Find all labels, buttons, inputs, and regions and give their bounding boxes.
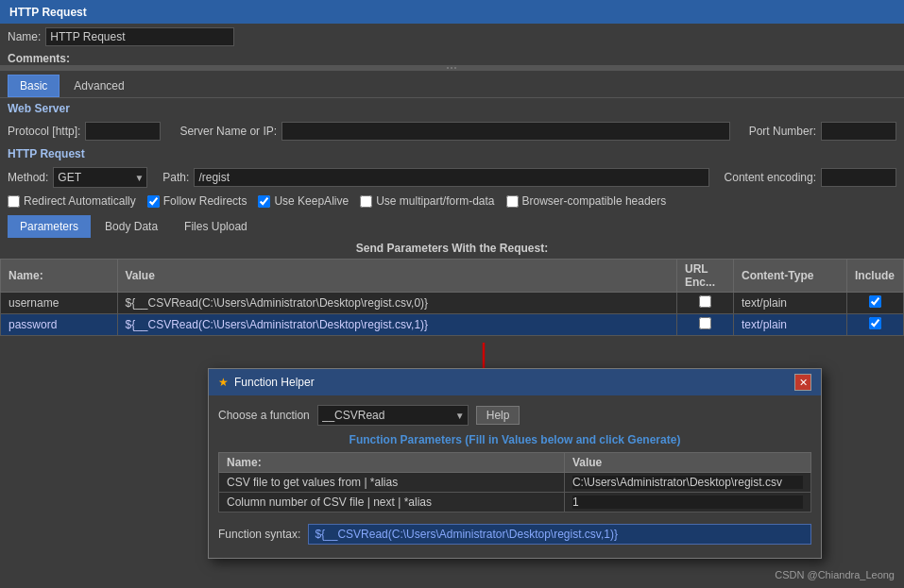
method-select[interactable]: GET POST PUT DELETE [53, 167, 147, 188]
table-row[interactable]: username ${__CSVRead(C:\Users\Administra… [1, 293, 904, 314]
syntax-label: Function syntax: [218, 528, 300, 541]
name-input[interactable] [45, 27, 234, 46]
name-row: Name: [0, 24, 904, 50]
sub-tab-files-upload[interactable]: Files Upload [172, 215, 260, 238]
dialog-params-table: Name: Value CSV file to get values from … [218, 452, 811, 512]
keepalive-check[interactable] [258, 195, 270, 208]
port-label: Port Number: [749, 125, 816, 138]
server-input[interactable] [281, 122, 730, 141]
help-button[interactable]: Help [476, 406, 520, 425]
sub-tabs: Parameters Body Data Files Upload [0, 211, 904, 238]
function-select[interactable]: __CSVRead [317, 405, 469, 426]
row2-include[interactable] [847, 314, 904, 336]
dialog-close-button[interactable]: ✕ [794, 374, 811, 391]
dialog-title-bar: ★ Function Helper ✕ [209, 369, 821, 395]
dialog-row2-name: Column number of CSV file | next | *alia… [219, 493, 565, 512]
protocol-input[interactable] [85, 122, 161, 141]
method-label: Method: [8, 171, 48, 184]
dialog-row1-name: CSV file to get values from | *alias [219, 473, 565, 493]
sub-tab-body-data[interactable]: Body Data [93, 215, 170, 238]
http-request-header: HTTP Request [0, 143, 904, 164]
params-table: Name: Value URL Enc... Content-Type Incl… [0, 259, 904, 336]
follow-redirects-label: Follow Redirects [163, 194, 247, 208]
row2-content-type: text/plain [734, 314, 847, 336]
col-header-urlenc: URL Enc... [677, 260, 734, 293]
row2-name: password [1, 314, 118, 336]
row1-value: ${__CSVRead(C:\Users\Administrator\Deskt… [117, 293, 677, 314]
checkbox-row: Redirect Automatically Follow Redirects … [0, 191, 904, 211]
protocol-row: Protocol [http]: Server Name or IP: Port… [0, 119, 904, 143]
tab-advanced[interactable]: Advanced [61, 75, 136, 97]
sub-tab-parameters[interactable]: Parameters [8, 215, 91, 238]
title-bar: HTTP Request [0, 0, 904, 24]
redirect-auto-check[interactable] [8, 195, 20, 208]
col-header-name: Name: [1, 260, 118, 293]
dialog-body: Choose a function __CSVRead ▼ Help Funct… [209, 395, 821, 558]
dialog-row2-value[interactable] [564, 493, 810, 512]
syntax-value[interactable]: ${__CSVRead(C:\Users\Administrator\Deskt… [308, 524, 811, 545]
row1-content-type: text/plain [734, 293, 847, 314]
follow-redirects-check[interactable] [147, 195, 160, 208]
protocol-label: Protocol [http]: [8, 125, 80, 138]
dialog-icon: ★ [218, 376, 229, 389]
server-label: Server Name or IP: [179, 125, 277, 138]
name-label: Name: [8, 30, 41, 43]
row2-value: ${__CSVRead(C:\Users\Administrator\Deskt… [117, 314, 677, 336]
keepalive-checkbox[interactable]: Use KeepAlive [258, 194, 349, 208]
row1-include[interactable] [847, 293, 904, 314]
content-encoding-label: Content encoding: [725, 171, 816, 184]
browser-headers-label: Browser-compatible headers [522, 194, 667, 208]
method-path-row: Method: GET POST PUT DELETE ▼ Path: Cont… [0, 164, 904, 191]
multipart-check[interactable] [360, 195, 372, 208]
dialog-col-value: Value [564, 453, 810, 473]
multipart-label: Use multipart/form-data [376, 194, 494, 208]
col-header-include: Include [847, 260, 904, 293]
content-encoding-input[interactable] [821, 168, 896, 187]
choose-function-row: Choose a function __CSVRead ▼ Help [218, 405, 811, 426]
dialog-params-title: Function Parameters (Fill in Values belo… [218, 433, 811, 446]
row1-name: username [1, 293, 118, 314]
multipart-checkbox[interactable]: Use multipart/form-data [360, 194, 494, 208]
web-server-header: Web Server [0, 98, 904, 119]
main-tabs: Basic Advanced [0, 71, 904, 98]
redirect-auto-checkbox[interactable]: Redirect Automatically [8, 194, 136, 208]
table-row[interactable]: password ${__CSVRead(C:\Users\Administra… [1, 314, 904, 336]
col-header-value: Value [117, 260, 677, 293]
col-header-content-type: Content-Type [734, 260, 847, 293]
dialog-table-row[interactable]: Column number of CSV file | next | *alia… [219, 493, 811, 512]
redirect-auto-label: Redirect Automatically [24, 194, 136, 208]
dialog-table-row[interactable]: CSV file to get values from | *alias [219, 473, 811, 493]
follow-redirects-checkbox[interactable]: Follow Redirects [147, 194, 247, 208]
resize-dots: ⋯ [446, 61, 459, 75]
watermark: CSDN @Chiandra_Leong [775, 569, 895, 580]
main-panel: HTTP Request Name: Comments: ⋯ Basic Adv… [0, 0, 904, 588]
path-input[interactable] [194, 168, 708, 187]
syntax-row: Function syntax: ${__CSVRead(C:\Users\Ad… [218, 520, 811, 548]
path-label: Path: [162, 171, 189, 184]
browser-headers-checkbox[interactable]: Browser-compatible headers [506, 194, 667, 208]
row2-urlenc[interactable] [677, 314, 734, 336]
function-helper-dialog: ★ Function Helper ✕ Choose a function __… [208, 368, 822, 559]
tab-basic[interactable]: Basic [8, 75, 60, 97]
choose-function-label: Choose a function [218, 409, 310, 422]
keepalive-label: Use KeepAlive [274, 194, 349, 208]
title-text: HTTP Request [9, 6, 87, 19]
row1-urlenc[interactable] [677, 293, 734, 314]
port-input[interactable] [821, 122, 896, 141]
params-section-title: Send Parameters With the Request: [0, 238, 904, 259]
dialog-row1-value[interactable] [564, 473, 810, 493]
dialog-col-name: Name: [219, 453, 565, 473]
dialog-title-text: Function Helper [234, 376, 315, 389]
browser-headers-check[interactable] [506, 195, 519, 208]
